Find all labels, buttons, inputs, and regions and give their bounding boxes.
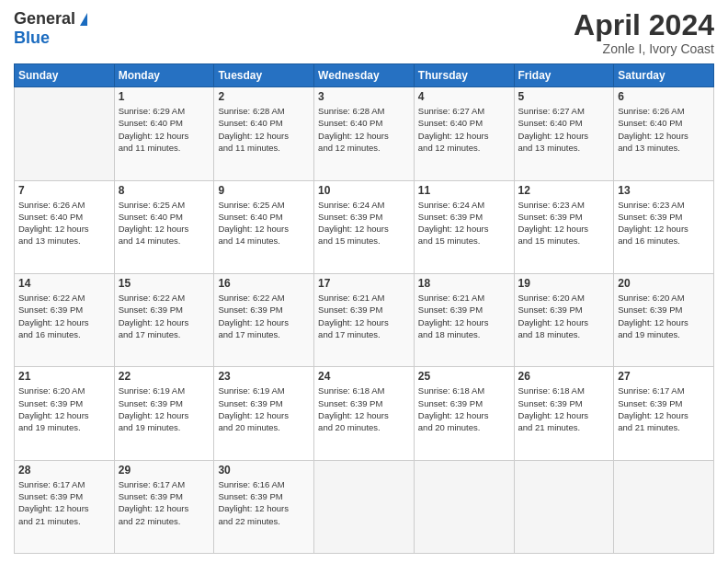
calendar-cell — [514, 460, 614, 553]
day-info: Sunrise: 6:25 AM Sunset: 6:40 PM Dayligh… — [119, 199, 210, 247]
calendar-header-row: SundayMondayTuesdayWednesdayThursdayFrid… — [15, 64, 714, 87]
header: General Blue April 2024 Zonle I, Ivory C… — [14, 9, 714, 56]
day-info: Sunrise: 6:26 AM Sunset: 6:40 PM Dayligh… — [18, 199, 110, 247]
calendar-cell: 10Sunrise: 6:24 AM Sunset: 6:39 PM Dayli… — [314, 180, 415, 273]
day-number: 14 — [18, 277, 110, 290]
day-info: Sunrise: 6:22 AM Sunset: 6:39 PM Dayligh… — [218, 292, 310, 340]
day-number: 4 — [418, 90, 510, 103]
day-info: Sunrise: 6:25 AM Sunset: 6:40 PM Dayligh… — [218, 199, 310, 247]
calendar-week-row: 28Sunrise: 6:17 AM Sunset: 6:39 PM Dayli… — [15, 460, 714, 553]
calendar-cell: 23Sunrise: 6:19 AM Sunset: 6:39 PM Dayli… — [214, 367, 314, 460]
day-number: 17 — [318, 277, 410, 290]
calendar-cell: 17Sunrise: 6:21 AM Sunset: 6:39 PM Dayli… — [314, 273, 415, 366]
day-info: Sunrise: 6:28 AM Sunset: 6:40 PM Dayligh… — [218, 105, 310, 154]
calendar-cell: 28Sunrise: 6:17 AM Sunset: 6:39 PM Dayli… — [15, 460, 115, 553]
day-number: 27 — [618, 370, 710, 383]
day-number: 7 — [18, 184, 110, 197]
calendar-cell: 18Sunrise: 6:21 AM Sunset: 6:39 PM Dayli… — [414, 273, 514, 366]
day-number: 24 — [318, 370, 410, 383]
calendar-cell: 2Sunrise: 6:28 AM Sunset: 6:40 PM Daylig… — [214, 87, 314, 180]
day-number: 29 — [119, 464, 210, 477]
page: General Blue April 2024 Zonle I, Ivory C… — [0, 0, 728, 563]
day-info: Sunrise: 6:17 AM Sunset: 6:39 PM Dayligh… — [119, 478, 210, 527]
day-number: 30 — [218, 464, 310, 477]
day-number: 6 — [618, 90, 710, 103]
calendar-week-row: 14Sunrise: 6:22 AM Sunset: 6:39 PM Dayli… — [15, 273, 714, 366]
day-info: Sunrise: 6:22 AM Sunset: 6:39 PM Dayligh… — [119, 292, 210, 340]
calendar-cell — [614, 460, 714, 553]
calendar-cell: 19Sunrise: 6:20 AM Sunset: 6:39 PM Dayli… — [514, 273, 614, 366]
calendar-cell: 3Sunrise: 6:28 AM Sunset: 6:40 PM Daylig… — [314, 87, 415, 180]
day-number: 21 — [18, 370, 110, 383]
logo-blue-text: Blue — [14, 29, 50, 48]
day-number: 10 — [318, 184, 410, 197]
calendar-cell — [314, 460, 415, 553]
day-of-week-header: Sunday — [15, 64, 115, 87]
day-info: Sunrise: 6:27 AM Sunset: 6:40 PM Dayligh… — [418, 105, 510, 154]
day-info: Sunrise: 6:21 AM Sunset: 6:39 PM Dayligh… — [418, 292, 510, 340]
day-info: Sunrise: 6:17 AM Sunset: 6:39 PM Dayligh… — [18, 478, 110, 527]
calendar-cell: 11Sunrise: 6:24 AM Sunset: 6:39 PM Dayli… — [414, 180, 514, 273]
day-info: Sunrise: 6:22 AM Sunset: 6:39 PM Dayligh… — [18, 292, 110, 340]
day-number: 20 — [618, 277, 710, 290]
day-number: 16 — [218, 277, 310, 290]
calendar-cell — [414, 460, 514, 553]
day-number: 5 — [518, 90, 610, 103]
day-info: Sunrise: 6:18 AM Sunset: 6:39 PM Dayligh… — [318, 385, 410, 433]
day-number: 11 — [418, 184, 510, 197]
day-of-week-header: Saturday — [614, 64, 714, 87]
day-number: 3 — [318, 90, 410, 103]
day-info: Sunrise: 6:16 AM Sunset: 6:39 PM Dayligh… — [218, 478, 310, 527]
calendar-cell: 12Sunrise: 6:23 AM Sunset: 6:39 PM Dayli… — [514, 180, 614, 273]
day-number: 19 — [518, 277, 610, 290]
day-info: Sunrise: 6:18 AM Sunset: 6:39 PM Dayligh… — [518, 385, 610, 433]
day-info: Sunrise: 6:26 AM Sunset: 6:40 PM Dayligh… — [618, 105, 710, 154]
day-number: 12 — [518, 184, 610, 197]
day-info: Sunrise: 6:19 AM Sunset: 6:39 PM Dayligh… — [218, 385, 310, 433]
day-of-week-header: Friday — [514, 64, 614, 87]
day-info: Sunrise: 6:20 AM Sunset: 6:39 PM Dayligh… — [618, 292, 710, 340]
day-of-week-header: Tuesday — [214, 64, 314, 87]
day-info: Sunrise: 6:18 AM Sunset: 6:39 PM Dayligh… — [418, 385, 510, 433]
calendar-cell: 25Sunrise: 6:18 AM Sunset: 6:39 PM Dayli… — [414, 367, 514, 460]
logo-general-text: General — [14, 9, 75, 29]
day-number: 8 — [119, 184, 210, 197]
calendar-week-row: 21Sunrise: 6:20 AM Sunset: 6:39 PM Dayli… — [15, 367, 714, 460]
calendar-week-row: 7Sunrise: 6:26 AM Sunset: 6:40 PM Daylig… — [15, 180, 714, 273]
day-number: 22 — [119, 370, 210, 383]
day-number: 9 — [218, 184, 310, 197]
calendar-cell: 26Sunrise: 6:18 AM Sunset: 6:39 PM Dayli… — [514, 367, 614, 460]
month-title: April 2024 — [574, 9, 714, 41]
calendar-cell: 27Sunrise: 6:17 AM Sunset: 6:39 PM Dayli… — [614, 367, 714, 460]
day-number: 28 — [18, 464, 110, 477]
day-info: Sunrise: 6:20 AM Sunset: 6:39 PM Dayligh… — [518, 292, 610, 340]
day-info: Sunrise: 6:24 AM Sunset: 6:39 PM Dayligh… — [418, 199, 510, 247]
day-number: 2 — [218, 90, 310, 103]
day-number: 15 — [119, 277, 210, 290]
day-of-week-header: Wednesday — [314, 64, 415, 87]
calendar-cell: 22Sunrise: 6:19 AM Sunset: 6:39 PM Dayli… — [114, 367, 214, 460]
day-of-week-header: Thursday — [414, 64, 514, 87]
calendar-cell: 14Sunrise: 6:22 AM Sunset: 6:39 PM Dayli… — [15, 273, 115, 366]
logo-triangle-icon — [80, 13, 87, 26]
day-info: Sunrise: 6:20 AM Sunset: 6:39 PM Dayligh… — [18, 385, 110, 433]
calendar-cell — [15, 87, 115, 180]
title-section: April 2024 Zonle I, Ivory Coast — [574, 9, 714, 56]
day-number: 1 — [119, 90, 210, 103]
day-of-week-header: Monday — [114, 64, 214, 87]
day-info: Sunrise: 6:28 AM Sunset: 6:40 PM Dayligh… — [318, 105, 410, 154]
day-info: Sunrise: 6:19 AM Sunset: 6:39 PM Dayligh… — [119, 385, 210, 433]
calendar-cell: 9Sunrise: 6:25 AM Sunset: 6:40 PM Daylig… — [214, 180, 314, 273]
calendar-cell: 21Sunrise: 6:20 AM Sunset: 6:39 PM Dayli… — [15, 367, 115, 460]
calendar-cell: 8Sunrise: 6:25 AM Sunset: 6:40 PM Daylig… — [114, 180, 214, 273]
logo: General Blue — [14, 9, 87, 48]
calendar-cell: 24Sunrise: 6:18 AM Sunset: 6:39 PM Dayli… — [314, 367, 415, 460]
calendar-cell: 4Sunrise: 6:27 AM Sunset: 6:40 PM Daylig… — [414, 87, 514, 180]
calendar-cell: 6Sunrise: 6:26 AM Sunset: 6:40 PM Daylig… — [614, 87, 714, 180]
day-info: Sunrise: 6:23 AM Sunset: 6:39 PM Dayligh… — [618, 199, 710, 247]
calendar-cell: 15Sunrise: 6:22 AM Sunset: 6:39 PM Dayli… — [114, 273, 214, 366]
day-info: Sunrise: 6:21 AM Sunset: 6:39 PM Dayligh… — [318, 292, 410, 340]
calendar-cell: 20Sunrise: 6:20 AM Sunset: 6:39 PM Dayli… — [614, 273, 714, 366]
day-info: Sunrise: 6:29 AM Sunset: 6:40 PM Dayligh… — [119, 105, 210, 154]
location-subtitle: Zonle I, Ivory Coast — [574, 41, 714, 56]
